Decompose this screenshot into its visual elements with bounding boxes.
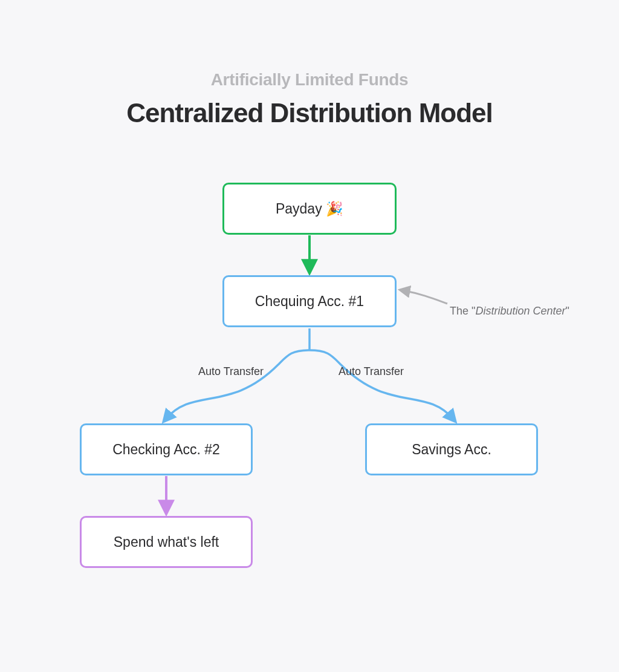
arrow-fork-chequing1 bbox=[97, 328, 522, 431]
node-chequing-1: Chequing Acc. #1 bbox=[222, 275, 397, 327]
annotation-prefix: The " bbox=[450, 305, 475, 317]
diagram-canvas: Artificially Limited Funds Centralized D… bbox=[0, 0, 619, 672]
node-spend: Spend what's left bbox=[80, 516, 253, 568]
node-checking-2: Checking Acc. #2 bbox=[80, 423, 253, 475]
node-savings: Savings Acc. bbox=[365, 423, 538, 475]
annotation-suffix: " bbox=[565, 305, 569, 317]
diagram-subtitle: Artificially Limited Funds bbox=[0, 70, 619, 90]
label-auto-transfer-left: Auto Transfer bbox=[198, 365, 264, 378]
diagram-title: Centralized Distribution Model bbox=[0, 98, 619, 128]
arrow-payday-to-chequing1 bbox=[302, 235, 317, 274]
node-payday: Payday 🎉 bbox=[222, 183, 397, 235]
label-auto-transfer-right: Auto Transfer bbox=[339, 365, 404, 378]
arrow-annotation bbox=[398, 285, 452, 310]
arrow-checking2-to-spend bbox=[159, 476, 173, 515]
annotation-distribution-center: The "Distribution Center" bbox=[450, 305, 569, 318]
annotation-italic: Distribution Center bbox=[475, 305, 565, 317]
